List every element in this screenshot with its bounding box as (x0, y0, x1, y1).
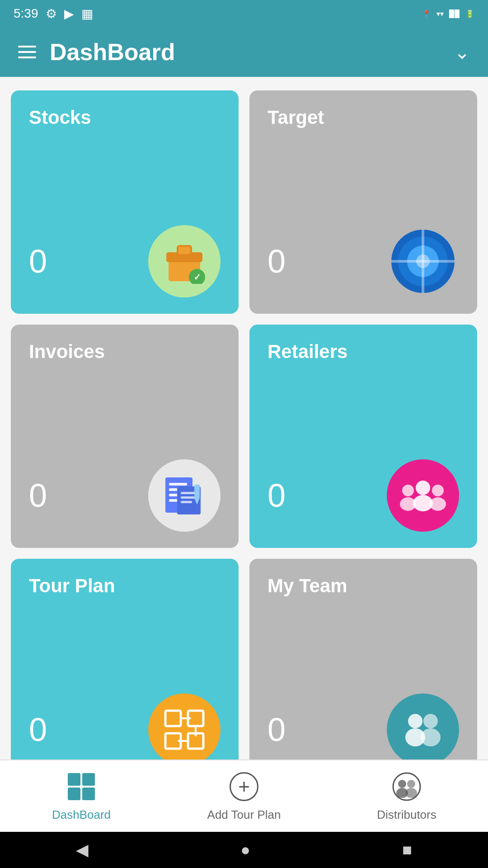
retailers-value: 0 (267, 477, 286, 514)
invoices-value: 0 (29, 477, 47, 514)
svg-point-32 (408, 714, 422, 728)
myteam-value: 0 (267, 711, 286, 748)
nav-label-dashboard: DashBoard (52, 808, 111, 822)
status-left: 5:39 ⚙ ▶ ▦ (14, 6, 93, 21)
invoices-card[interactable]: Invoices 0 (11, 325, 239, 548)
nav-label-distributors: Distributors (377, 808, 436, 822)
svg-rect-22 (165, 711, 181, 726)
svg-rect-11 (181, 492, 197, 494)
myteam-body: 0 (267, 693, 459, 766)
bottom-navigation: DashBoard + Add Tour Plan Distributors (0, 760, 488, 832)
nav-item-add-tour-plan[interactable]: + Add Tour Plan (163, 771, 325, 822)
signal-icon: ▉▉ (449, 9, 460, 18)
tourplan-value: 0 (29, 711, 47, 748)
svg-rect-13 (181, 501, 192, 503)
app-title: DashBoard (50, 38, 454, 66)
svg-marker-27 (187, 716, 192, 721)
battery-icon: 🔋 (465, 9, 474, 18)
myteam-card[interactable]: My Team 0 (249, 559, 477, 782)
top-bar: DashBoard ⌄ (0, 27, 488, 77)
tourplan-icon (162, 707, 207, 752)
distributors-svg-icon (392, 772, 421, 801)
dashboard-grid: Stocks 0 ✓ Target 0 (0, 77, 488, 796)
svg-rect-14 (194, 485, 200, 498)
svg-rect-12 (181, 496, 197, 499)
invoices-icon (162, 473, 207, 518)
retailers-icon (398, 471, 448, 520)
status-time: 5:39 (14, 6, 38, 21)
add-tour-plan-icon: + (228, 771, 260, 802)
stocks-title: Stocks (29, 107, 221, 128)
myteam-icon (398, 705, 448, 755)
target-body: 0 (267, 225, 459, 297)
invoices-title: Invoices (29, 341, 221, 363)
status-bar: 5:39 ⚙ ▶ ▦ 📍 ▾▾ ▉▉ 🔋 (0, 0, 488, 27)
svg-point-18 (402, 485, 414, 496)
dashboard-grid-icon (66, 771, 97, 802)
target-card[interactable]: Target 0 (249, 90, 477, 314)
back-button[interactable]: ◀ (76, 840, 89, 859)
svg-point-34 (423, 714, 438, 728)
tourplan-icon-container (148, 693, 221, 766)
svg-rect-6 (169, 483, 187, 486)
nav-label-add-tour-plan: Add Tour Plan (207, 808, 281, 822)
dropdown-arrow-icon[interactable]: ⌄ (454, 41, 470, 63)
svg-marker-31 (177, 738, 182, 744)
svg-point-21 (430, 497, 446, 511)
tourplan-body: 0 (29, 693, 221, 766)
svg-point-39 (407, 780, 415, 788)
svg-point-19 (400, 497, 416, 511)
target-icon-container (387, 225, 459, 297)
add-circle-icon: + (230, 772, 258, 801)
nav-item-dashboard[interactable]: DashBoard (0, 771, 163, 822)
retailers-body: 0 (267, 459, 459, 532)
target-value: 0 (267, 243, 286, 280)
stocks-card[interactable]: Stocks 0 ✓ (11, 90, 239, 314)
sim-icon: ▦ (81, 6, 93, 21)
recent-button[interactable]: ■ (402, 840, 412, 859)
svg-point-40 (405, 788, 417, 798)
target-icon (391, 230, 455, 293)
retailers-card[interactable]: Retailers 0 (249, 325, 477, 548)
tourplan-title: Tour Plan (29, 575, 221, 597)
play-icon: ▶ (64, 6, 74, 21)
stocks-icon: ✓ (162, 239, 207, 284)
stocks-body: 0 ✓ (29, 225, 221, 297)
svg-point-37 (398, 780, 406, 788)
location-icon: 📍 (422, 9, 431, 18)
invoices-icon-container (148, 459, 221, 532)
invoices-body: 0 (29, 459, 221, 532)
tourplan-card[interactable]: Tour Plan 0 (11, 559, 239, 782)
svg-point-35 (421, 728, 441, 746)
svg-point-20 (432, 485, 444, 496)
wifi-icon: ▾▾ (436, 9, 444, 18)
svg-text:✓: ✓ (193, 272, 201, 282)
stocks-icon-container: ✓ (148, 225, 221, 297)
svg-point-16 (416, 481, 430, 495)
nav-item-distributors[interactable]: Distributors (325, 771, 488, 822)
retailers-icon-container (387, 459, 459, 532)
home-button[interactable]: ● (240, 840, 250, 859)
target-title: Target (267, 107, 459, 128)
hamburger-menu[interactable] (18, 46, 36, 58)
retailers-title: Retailers (267, 341, 459, 363)
myteam-icon-container (387, 693, 459, 766)
status-right: 📍 ▾▾ ▉▉ 🔋 (422, 9, 474, 18)
stocks-value: 0 (29, 243, 47, 280)
gear-icon: ⚙ (46, 6, 57, 21)
svg-marker-29 (193, 732, 198, 737)
myteam-title: My Team (267, 575, 459, 597)
svg-rect-2 (178, 246, 191, 255)
android-nav-bar: ◀ ● ■ (0, 832, 488, 868)
distributors-icon (391, 771, 422, 802)
